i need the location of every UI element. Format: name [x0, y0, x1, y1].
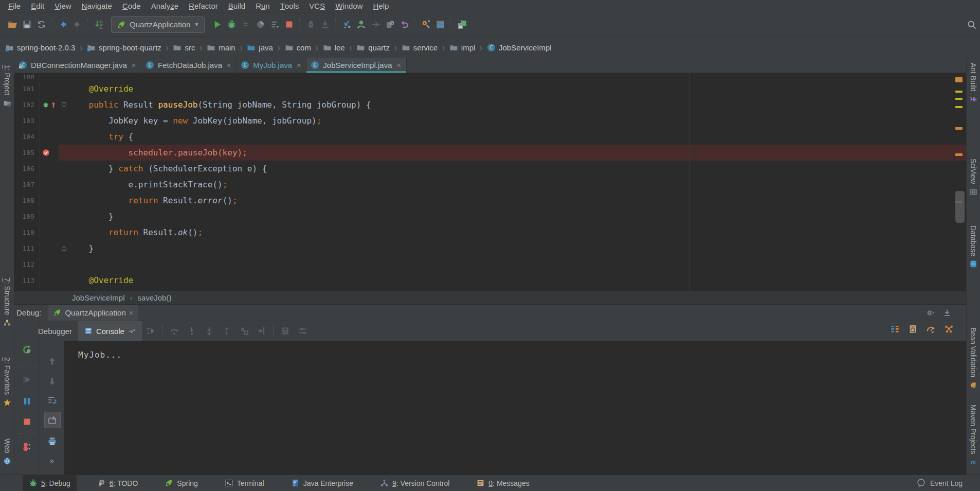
tab-dbconnectionmanager-java[interactable]: CDBConnectionManager.java×	[14, 58, 141, 73]
breadcrumb-impl[interactable]: impl	[449, 43, 476, 52]
toolwindow-button-terminal[interactable]: Terminal	[219, 475, 270, 491]
stripe-button-bean-validation[interactable]: Bean Validation	[967, 327, 980, 389]
toolbar-back-button[interactable]	[56, 17, 70, 32]
breakpoint-check-icon[interactable]	[42, 149, 50, 156]
stripe-button-web[interactable]: Web	[0, 439, 14, 465]
menu-item-file[interactable]: File	[3, 0, 26, 12]
arrow-down-dim-button[interactable]	[45, 374, 60, 389]
toolbar-sync-button[interactable]	[34, 17, 48, 32]
breadcrumb-jobserviceimpl[interactable]: CJobServiceImpl	[487, 43, 552, 52]
toolwindow-button-java-enterprise[interactable]: Java Enterprise	[285, 475, 359, 491]
menu-item-tools[interactable]: Tools	[275, 0, 304, 12]
breadcrumb-lee[interactable]: lee	[323, 43, 345, 52]
run-to-cursor-button[interactable]	[253, 321, 270, 341]
tab-myjob-java[interactable]: CMyJob.java×	[237, 58, 306, 73]
debug-session-tab[interactable]: QuartzApplication×	[48, 305, 138, 321]
stripe-button-maven-projects[interactable]: Maven Projectsm	[967, 405, 980, 466]
code-editor[interactable]: 100101 @Override102I public Result pause…	[14, 73, 966, 291]
toolbar-forward-button[interactable]	[70, 17, 84, 32]
chevron-down-icon[interactable]: ▼	[194, 22, 199, 27]
menu-item-build[interactable]: Build	[223, 0, 250, 12]
toolwindow-button-0-messages[interactable]: 0: Messages	[470, 475, 535, 491]
gauge-icon[interactable]	[926, 324, 936, 334]
menu-item-edit[interactable]: Edit	[26, 0, 49, 12]
resume-dim-button[interactable]	[20, 372, 35, 387]
toolbar-rollback-button[interactable]	[397, 17, 411, 32]
print-button[interactable]	[45, 433, 60, 449]
menu-item-code[interactable]: Code	[117, 0, 146, 12]
tab-fetchdatajob-java[interactable]: CFetchDataJob.java×	[141, 58, 237, 73]
toolbar-vcs-push-button[interactable]	[368, 17, 383, 32]
toolbar-updown-button[interactable]: 011001	[92, 17, 106, 32]
step-out-button[interactable]	[218, 321, 235, 341]
evaluate-button[interactable]	[277, 321, 294, 341]
toolbar-project-structure-button[interactable]	[433, 17, 447, 32]
toolbar-coverage-button[interactable]	[239, 17, 253, 32]
close-icon[interactable]: ×	[297, 61, 301, 69]
toolbar-settings-wrench-button[interactable]	[419, 17, 433, 32]
menu-item-navigate[interactable]: Navigate	[77, 0, 117, 12]
event-log-button[interactable]: Event Log	[916, 475, 963, 491]
menu-item-help[interactable]: Help	[368, 0, 394, 12]
toolbar-chip-button[interactable]	[455, 17, 469, 32]
hide-icon[interactable]	[942, 308, 952, 318]
toolbar-debug-bug-button[interactable]	[224, 17, 239, 32]
breadcrumb-service[interactable]: service	[402, 43, 438, 52]
toolwindow-button-9-version-control[interactable]: 9: Version Control	[374, 475, 456, 491]
step-over-button[interactable]	[166, 321, 183, 341]
toolbar-open-folder-button[interactable]	[5, 17, 20, 32]
breadcrumb-java[interactable]: java	[247, 43, 273, 52]
toolwindow-button-6-todo[interactable]: 6: TODO	[91, 475, 144, 491]
fold-up-icon[interactable]	[61, 245, 67, 252]
toolwindow-button-5-debug[interactable]: 5: Debug	[23, 475, 77, 491]
breadcrumb-spring-boot-2-0-3[interactable]: spring-boot-2.0.3	[5, 43, 75, 52]
toolbar-run-targets-button[interactable]	[267, 17, 282, 32]
thread-dump-lens-icon[interactable]	[908, 324, 918, 334]
softwrap-button[interactable]	[45, 392, 60, 408]
breadcrumb-src[interactable]: src	[173, 43, 195, 52]
menu-item-run[interactable]: Run	[250, 0, 275, 12]
close-icon[interactable]: ×	[132, 61, 136, 69]
close-icon[interactable]: ×	[227, 61, 231, 69]
run-configuration-selector[interactable]: QuartzApplication▼	[111, 16, 205, 33]
toolbar-stop-button[interactable]	[282, 17, 296, 32]
menu-item-refactor[interactable]: Refactor	[184, 0, 223, 12]
close-icon[interactable]: ×	[397, 61, 401, 69]
stripe-button-7-structure[interactable]: 7: Structure	[0, 278, 14, 327]
close-icon[interactable]: ×	[129, 309, 133, 317]
search-icon[interactable]	[967, 20, 977, 30]
stripe-button-ant-build[interactable]: Ant Build	[967, 63, 980, 103]
breadcrumb-quartz[interactable]: quartz	[356, 43, 390, 52]
drop-frame-button[interactable]	[235, 321, 253, 341]
toolbar-vcs-update-button[interactable]	[339, 17, 354, 32]
force-step-into-button[interactable]	[201, 321, 218, 341]
pause-button[interactable]	[20, 393, 35, 409]
menu-item-view[interactable]: View	[49, 0, 77, 12]
stripe-button-1-project[interactable]: 1: Project	[0, 65, 14, 107]
toolbar-vcs-commit-button[interactable]	[354, 17, 368, 32]
concurrency-icon[interactable]	[944, 324, 954, 334]
toolbar-run-button[interactable]	[210, 17, 224, 32]
threads-icon[interactable]	[890, 324, 900, 334]
menu-item-analyze[interactable]: Analyze	[146, 0, 184, 12]
toolbar-save-all-button[interactable]	[20, 17, 34, 32]
breadcrumb-method[interactable]: saveJob()	[138, 293, 172, 302]
toolwindow-button-spring[interactable]: Spring	[158, 475, 204, 491]
arrow-up-dim-button[interactable]	[45, 353, 60, 369]
breadcrumb-spring-boot-quartz[interactable]: spring-boot-quartz	[87, 43, 161, 52]
breakpoints-button[interactable]	[20, 439, 35, 454]
rerun-button[interactable]	[20, 342, 35, 357]
tab-jobserviceimpl-java[interactable]: CJobServiceImpl.java×	[306, 58, 406, 73]
menu-item-vcs[interactable]: VCS	[304, 0, 330, 12]
editor-scrollbar-thumb[interactable]	[955, 191, 965, 223]
stripe-button-sciview[interactable]: SciView	[967, 159, 980, 196]
show-exec-button[interactable]	[142, 321, 159, 341]
toolbar-dump-dim-button[interactable]	[318, 17, 332, 32]
breadcrumb-main[interactable]: main	[207, 43, 235, 52]
layout-button[interactable]	[294, 321, 312, 341]
stop-button[interactable]	[20, 414, 35, 429]
step-into-button[interactable]	[183, 321, 201, 341]
toolbar-profiler-button[interactable]	[253, 17, 267, 32]
gear-arrow-icon[interactable]	[926, 308, 935, 318]
tab-console[interactable]: Console	[78, 321, 142, 341]
